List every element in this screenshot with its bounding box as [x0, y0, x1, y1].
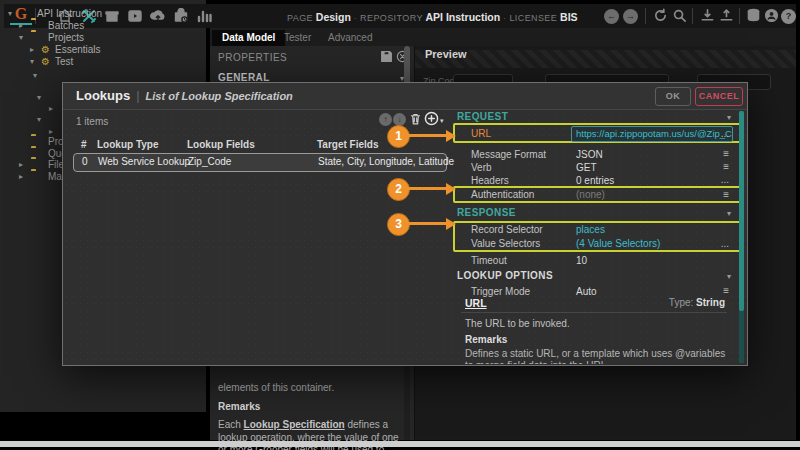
property-description: elements of this container. Remarks Each… [218, 382, 404, 450]
lookup-specification-link[interactable]: Lookup Specification [244, 419, 345, 430]
table-row[interactable]: 0 Web Service Lookup Zip_Code State, Cit… [73, 153, 447, 172]
expand-arrow-icon[interactable]: ▾ [33, 71, 37, 80]
chevron-down-icon: ▾ [727, 272, 731, 281]
annotation-arrow-2 [408, 187, 446, 190]
user-icon[interactable] [764, 8, 782, 24]
annotation-badge-2: 2 [387, 178, 410, 201]
search-icon[interactable] [672, 8, 690, 24]
expand-arrow-icon[interactable]: ▸ [19, 21, 23, 30]
ellipsis-button[interactable]: ... [721, 128, 729, 139]
divider [739, 8, 740, 24]
help-remarks-text: Defines a static URL, or a template whic… [465, 348, 727, 364]
expand-arrow-icon[interactable]: ▾ [37, 115, 41, 124]
items-count: 1 items [76, 116, 108, 127]
authentication-row[interactable]: Authentication (none) ≡ [451, 187, 739, 204]
help-property-type: Type: String [669, 297, 725, 308]
preview-title: Preview [425, 48, 467, 60]
expand-arrow-icon[interactable]: ▸ [49, 127, 53, 136]
response-highlight-group: Record Selector places Value Selectors (… [451, 221, 739, 252]
help-property-title: URL [465, 297, 487, 309]
scrollbar-thumb[interactable] [739, 111, 744, 311]
timeout-row[interactable]: Timeout 10 [451, 254, 739, 268]
menu-icon[interactable]: ≡ [723, 148, 729, 159]
repository-label: REPOSITORY [360, 13, 423, 23]
menu-icon[interactable]: ≡ [723, 161, 729, 172]
upload-icon[interactable] [719, 8, 737, 24]
annotation-arrowhead-1 [446, 130, 456, 142]
description-clipped-line: elements of this container. [218, 382, 404, 395]
batches-box-icon[interactable] [104, 8, 122, 24]
expand-arrow-icon[interactable]: ▸ [19, 172, 23, 181]
repository-value[interactable]: API Instruction [426, 11, 501, 23]
column-header-target-fields[interactable]: Target Fields [317, 139, 379, 150]
response-section-header[interactable]: RESPONSE▾ [451, 207, 739, 221]
url-property-row[interactable]: URL https://api.zippopotam.us/us/@Zip_C.… [451, 125, 739, 145]
cancel-button[interactable]: CANCEL [695, 87, 743, 106]
expand-arrow-icon[interactable]: ▾ [30, 57, 34, 66]
add-dropdown-caret-icon[interactable]: ▾ [440, 117, 444, 125]
chevron-down-icon: ▾ [727, 113, 731, 122]
chevron-down-icon: ▾ [727, 209, 731, 218]
expand-arrow-icon[interactable]: ▸ [30, 45, 34, 54]
cloud-upload-icon[interactable] [150, 8, 168, 24]
menu-icon[interactable]: ≡ [723, 189, 729, 200]
annotation-badge-3: 3 [387, 213, 410, 236]
divider [461, 312, 727, 313]
move-up-button[interactable]: ↑ [379, 113, 393, 127]
scrollbar[interactable] [739, 111, 744, 363]
delete-icon[interactable] [409, 112, 423, 126]
help-icon[interactable]: ? [781, 9, 796, 24]
annotation-badge-1: 1 [387, 125, 410, 148]
column-header-lookup-fields[interactable]: Lookup Fields [187, 139, 255, 150]
annotation-arrowhead-2 [446, 183, 456, 195]
divider [645, 8, 646, 24]
annotation-arrowhead-3 [446, 218, 456, 230]
ellipsis-button[interactable]: ... [721, 174, 729, 185]
ellipsis-button[interactable]: ... [721, 238, 729, 249]
dialog-subtitle: List of Lookup Specification [146, 90, 293, 102]
bottom-strip [0, 441, 800, 447]
expand-arrow-icon[interactable]: ▸ [19, 160, 23, 169]
remarks-label: Remarks [218, 401, 260, 412]
preview-header [415, 50, 796, 68]
expand-arrow-icon[interactable]: ▾ [37, 93, 41, 102]
refresh-icon[interactable] [653, 8, 671, 24]
tab-tester[interactable]: Tester [274, 30, 321, 46]
lookup-options-section-header[interactable]: LOOKUP OPTIONS▾ [451, 270, 739, 284]
annotation-arrow-3 [408, 222, 446, 225]
stats-chart-icon[interactable] [196, 8, 214, 24]
annotation-arrow-1 [408, 134, 446, 137]
licensee-label: LICENSEE [509, 13, 557, 23]
column-header-index[interactable]: # [81, 139, 87, 150]
message-format-row[interactable]: Message Format JSON ≡ [451, 148, 739, 161]
jobs-bag-icon[interactable] [173, 8, 191, 24]
licensee-value: BIS [560, 11, 578, 23]
add-icon[interactable] [424, 111, 438, 125]
dialog-header: Lookups|List of Lookup Specification OK … [63, 83, 747, 110]
database-icon[interactable] [746, 8, 764, 24]
column-header-lookup-type[interactable]: Lookup Type [97, 139, 158, 150]
url-value-field[interactable]: https://api.zippopotam.us/us/@Zip_C... [571, 126, 733, 142]
page-value[interactable]: Design [316, 11, 351, 23]
help-summary: The URL to be invoked. [465, 318, 727, 330]
expand-arrow-icon[interactable]: ▾ [19, 33, 23, 42]
project-gear-icon: ⚙ [41, 44, 50, 56]
top-bar: G PAGE Design · REPOSITORY API Instructi… [4, 4, 796, 28]
project-gear-icon: ⚙ [41, 56, 50, 68]
help-remarks-label: Remarks [465, 334, 507, 345]
ok-button[interactable]: OK [655, 87, 691, 106]
download-icon[interactable] [700, 8, 718, 24]
expand-arrow-icon[interactable]: ▸ [49, 104, 53, 113]
page-label: PAGE [287, 13, 313, 23]
verb-row[interactable]: Verb GET ≡ [451, 161, 739, 174]
nav-forward-button[interactable]: → [623, 9, 638, 24]
media-play-icon[interactable] [127, 8, 145, 24]
app-screenshot: G PAGE Design · REPOSITORY API Instructi… [0, 0, 800, 450]
tab-advanced[interactable]: Advanced [318, 30, 382, 46]
dialog-title: Lookups|List of Lookup Specification [76, 88, 293, 103]
expand-arrow-icon[interactable]: ▾ [8, 9, 12, 18]
nav-back-button[interactable]: ← [604, 9, 619, 24]
divider [692, 8, 693, 24]
properties-panel-title: PROPERTIES [218, 52, 287, 63]
save-icon[interactable] [380, 49, 394, 63]
